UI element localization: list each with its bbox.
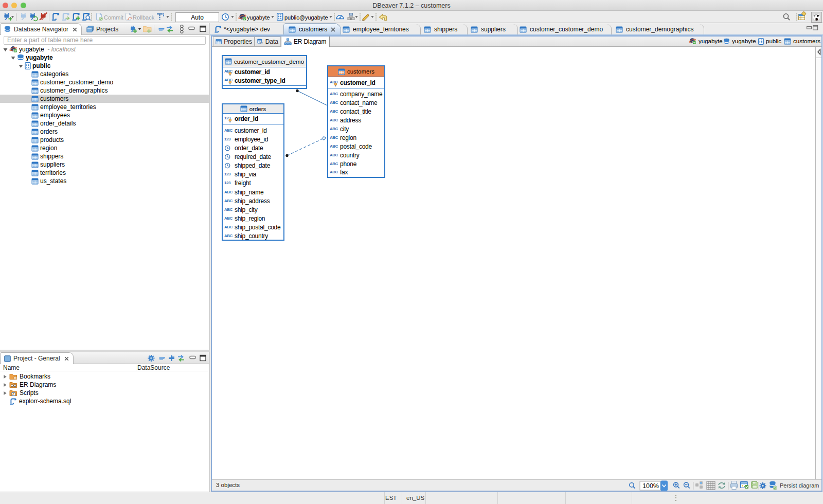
svg-text:ABC: ABC <box>330 118 338 122</box>
svg-text:ABC: ABC <box>224 233 232 238</box>
svg-text:123: 123 <box>224 137 231 141</box>
svg-text:ABC: ABC <box>330 109 338 114</box>
svg-text:ABC: ABC <box>224 216 232 221</box>
svg-text:ABC: ABC <box>224 225 232 229</box>
svg-text:ABC: ABC <box>224 190 232 194</box>
svg-text:ABC: ABC <box>330 100 338 105</box>
svg-text:123: 123 <box>224 172 231 176</box>
svg-text:ABC: ABC <box>330 144 338 149</box>
svg-text:ABC: ABC <box>224 207 232 212</box>
svg-text:ABC: ABC <box>224 199 232 203</box>
svg-text:ABC: ABC <box>224 128 232 133</box>
svg-text:ABC: ABC <box>330 153 338 157</box>
svg-text:ABC: ABC <box>330 170 338 174</box>
svg-text:123: 123 <box>224 181 231 185</box>
svg-text:ABC: ABC <box>330 161 338 166</box>
svg-text:ABC: ABC <box>330 135 338 140</box>
svg-text:ABC: ABC <box>330 127 338 131</box>
svg-text:100%: 100% <box>642 482 659 490</box>
svg-text:ABC: ABC <box>330 92 338 96</box>
